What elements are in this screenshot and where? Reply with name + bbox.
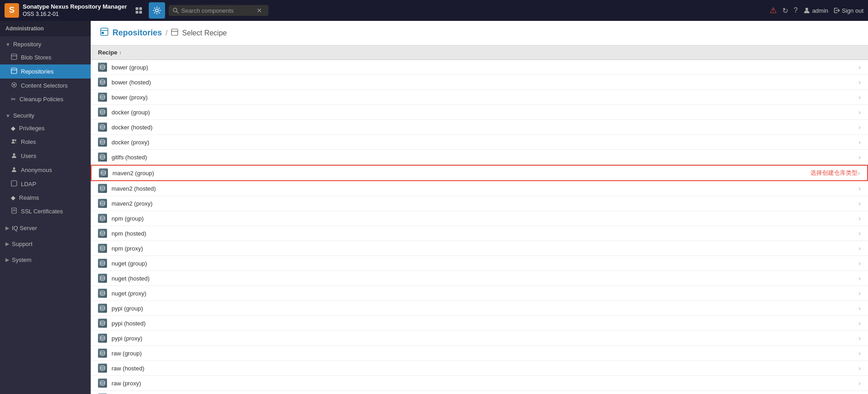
sidebar-group-support[interactable]: ▶ Support [0,238,91,250]
svg-rect-8 [11,54,17,59]
table-row[interactable]: npm (proxy)› [91,241,868,256]
sidebar-group-repository[interactable]: ▼ Repository [0,38,91,50]
main-layout: Administration ▼ Repository Blob Stores … [0,21,868,394]
table-row[interactable]: pypi (hosted)› [91,316,868,331]
svg-point-45 [100,336,105,338]
app-title: Sonatype Nexus Repository Manager OSS 3.… [23,3,127,18]
row-recipe-name: raw (proxy) [112,380,858,387]
search-box: ✕ [169,5,268,16]
user-area[interactable]: admin [803,7,828,14]
repositories-breadcrumb-link[interactable]: Repositories [112,28,162,38]
signout-button[interactable]: Sign out [834,7,863,14]
row-chevron-icon: › [858,230,861,237]
repositories-page-icon [100,27,109,39]
sidebar-item-users[interactable]: Users [0,149,91,163]
sidebar-header: Administration [0,21,91,36]
repositories-icon [11,68,17,75]
sidebar-item-roles-label: Roles [21,138,36,145]
table-row[interactable]: rubygems (group)› [91,391,868,394]
row-recipe-name: maven2 (group) [112,170,803,177]
sidebar-item-cleanup-policies[interactable]: ✂ Cleanup Policies [0,93,91,106]
svg-point-42 [100,291,105,293]
nav-icons [131,2,165,19]
row-chevron-icon: › [858,305,861,312]
row-recipe-name: raw (hosted) [112,365,858,372]
svg-point-39 [100,246,105,248]
table-row[interactable]: docker (proxy)› [91,135,868,150]
help-icon[interactable]: ? [794,6,798,15]
table-row[interactable]: maven2 (hosted)› [91,181,868,196]
table-row[interactable]: nuget (group)› [91,256,868,271]
content-selectors-icon [11,82,17,89]
sidebar-section-security: ▼ Security ◆ Privileges Roles Users [0,108,91,220]
sidebar-item-ldap[interactable]: LDAP [0,177,91,191]
sidebar-group-system[interactable]: ▶ System [0,254,91,266]
table-row[interactable]: maven2 (proxy)› [91,196,868,211]
table-row[interactable]: bower (hosted)› [91,75,868,90]
svg-point-29 [100,95,105,97]
table-row[interactable]: raw (hosted)› [91,361,868,376]
row-chevron-icon: › [858,138,861,146]
sidebar-group-security[interactable]: ▼ Security [0,109,91,122]
search-clear-icon[interactable]: ✕ [257,7,262,14]
table-row[interactable]: npm (group)› [91,211,868,226]
breadcrumb: Repositories / Select Recipe [91,21,868,45]
row-chevron-icon: › [858,260,861,267]
row-db-icon [98,349,107,358]
sidebar-item-privileges[interactable]: ◆ Privileges [0,122,91,135]
row-chevron-icon: › [858,350,861,357]
sidebar-item-realms[interactable]: ◆ Realms [0,191,91,204]
row-recipe-name: gitlfs (hosted) [112,154,858,161]
column-recipe-header: Recipe ↑ [98,49,861,56]
sidebar-group-iq[interactable]: ▶ IQ Server [0,222,91,234]
table-row[interactable]: pypi (group)› [91,301,868,316]
right-icons: ⚠ ↻ ? admin Sign out [770,5,863,15]
chevron-down-icon-security: ▼ [5,113,10,118]
table-row[interactable]: maven2 (group)选择创建仓库类型› [91,165,868,181]
row-recipe-name: bower (group) [112,64,858,71]
sidebar-item-content-selectors[interactable]: Content Selectors [0,79,91,93]
svg-point-33 [100,155,105,157]
table-row[interactable]: bower (proxy)› [91,90,868,105]
app-logo: S [5,3,19,18]
table-row[interactable]: bower (group)› [91,60,868,75]
sidebar-section-support: ▶ Support [0,236,91,252]
row-db-icon [98,259,107,268]
table-row[interactable]: raw (group)› [91,346,868,361]
table-row[interactable]: raw (proxy)› [91,376,868,391]
table-row[interactable]: npm (hosted)› [91,226,868,241]
search-input[interactable] [181,7,254,14]
svg-rect-25 [171,29,178,35]
settings-nav-button[interactable] [149,2,165,19]
svg-rect-10 [11,68,17,74]
sidebar-item-repositories[interactable]: Repositories [0,64,91,79]
svg-point-15 [15,139,16,141]
svg-point-16 [13,153,15,156]
breadcrumb-separator: / [166,29,167,37]
svg-point-37 [100,216,105,218]
table-row[interactable]: nuget (hosted)› [91,271,868,286]
table-row[interactable]: gitlfs (hosted)› [91,150,868,165]
sidebar-item-blob-stores[interactable]: Blob Stores [0,50,91,64]
sidebar-item-roles[interactable]: Roles [0,135,91,149]
logo-area: S Sonatype Nexus Repository Manager OSS … [5,3,127,18]
row-chevron-icon: › [858,290,861,297]
row-db-icon [98,184,107,193]
svg-point-27 [100,65,105,67]
svg-point-36 [100,201,105,203]
refresh-icon[interactable]: ↻ [782,6,788,15]
row-recipe-name: maven2 (hosted) [112,185,858,192]
svg-point-14 [12,139,15,142]
chevron-down-icon: ▼ [5,42,10,47]
top-navigation: S Sonatype Nexus Repository Manager OSS … [0,0,868,21]
sidebar-item-anonymous[interactable]: Anonymous [0,163,91,177]
sidebar-item-ssl-certificates[interactable]: SSL Certificates [0,204,91,218]
svg-point-4 [156,9,158,12]
row-db-icon [98,78,107,87]
table-row[interactable]: pypi (proxy)› [91,331,868,346]
browse-nav-button[interactable] [131,2,147,19]
table-row[interactable]: docker (hosted)› [91,120,868,135]
table-row[interactable]: docker (group)› [91,105,868,120]
svg-point-17 [13,167,15,170]
table-row[interactable]: nuget (proxy)› [91,286,868,301]
